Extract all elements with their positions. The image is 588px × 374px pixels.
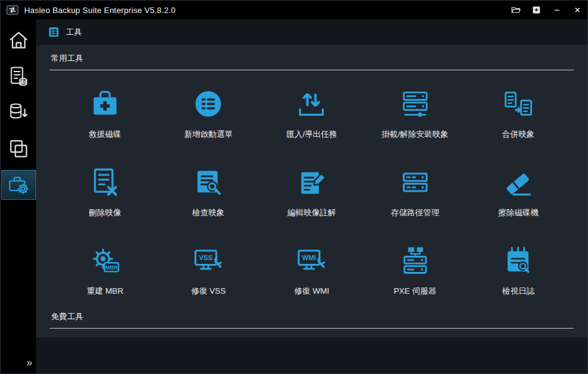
erase-drive-icon	[502, 166, 535, 199]
close-icon	[572, 5, 582, 15]
section-free-tools: 免費工具	[50, 303, 574, 329]
tool-label: 新增啟動選單	[184, 129, 232, 140]
sidebar-item-clone[interactable]	[1, 134, 36, 164]
fix-vss-icon: VSS	[192, 245, 224, 277]
main-area: 工具 常用工具 救援磁碟新增啟動選單匯入/導出任務掛載/解除安裝映象合併映象刪除…	[36, 19, 587, 373]
folder-icon	[511, 5, 521, 15]
open-folder-button[interactable]	[505, 1, 526, 19]
tool-label: 救援磁碟	[89, 129, 121, 140]
tool-import-export[interactable]: 匯入/導出任務	[260, 88, 363, 140]
tools-panel: 常用工具 救援磁碟新增啟動選單匯入/導出任務掛載/解除安裝映象合併映象刪除映像檢…	[36, 45, 587, 337]
tool-label: 檢查映象	[192, 207, 224, 218]
sidebar-item-tools[interactable]	[1, 170, 36, 200]
sync-database-icon	[7, 101, 30, 124]
window-controls	[505, 1, 587, 19]
tool-label: 編輯映像註解	[287, 207, 336, 218]
tool-delete-image[interactable]: 刪除映像	[53, 166, 157, 218]
tool-label: 修復 WMI	[294, 286, 329, 297]
tool-label: 檢視日誌	[502, 286, 535, 297]
pxe-server-icon	[399, 245, 431, 277]
sidebar-item-sync[interactable]	[1, 98, 36, 128]
app-window: Hasleo Backup Suite Enterprise V5.8.2.0 …	[0, 0, 588, 374]
app-logo-icon	[6, 4, 19, 16]
titlebar: Hasleo Backup Suite Enterprise V5.8.2.0	[1, 1, 587, 19]
tool-label: 重建 MBR	[87, 286, 124, 297]
svg-text:WMI: WMI	[303, 254, 316, 261]
tool-label: 擦除磁碟機	[498, 207, 538, 218]
page-header: 工具	[36, 19, 587, 45]
minimize-button[interactable]	[546, 1, 567, 19]
tool-label: 掛載/解除安裝映象	[382, 129, 449, 140]
backup-task-icon	[7, 65, 30, 88]
storage-path-icon	[399, 166, 431, 199]
tool-edit-image-notes[interactable]: 編輯映像註解	[260, 166, 363, 218]
sidebar: »	[1, 19, 36, 373]
sidebar-item-home[interactable]	[1, 26, 36, 55]
minimize-icon	[552, 5, 562, 15]
update-box-button[interactable]	[526, 1, 546, 19]
tool-label: PXE 伺服器	[393, 286, 436, 297]
tool-fix-vss[interactable]: VSS修復 VSS	[157, 245, 260, 297]
svg-text:VSS: VSS	[200, 254, 213, 261]
svg-text:MBR: MBR	[106, 264, 118, 271]
rescue-disk-icon	[89, 88, 121, 120]
page-title: 工具	[66, 27, 82, 38]
boot-menu-icon	[192, 88, 224, 120]
mount-image-icon	[399, 88, 431, 120]
check-image-icon	[192, 166, 224, 199]
tool-label: 刪除映像	[89, 207, 121, 218]
tool-pxe-server[interactable]: PXE 伺服器	[364, 245, 467, 297]
sidebar-item-backup[interactable]	[1, 62, 36, 91]
bottom-strip	[36, 337, 587, 373]
edit-image-notes-icon	[295, 166, 328, 199]
section-common-tools: 常用工具	[50, 45, 574, 70]
tool-boot-menu[interactable]: 新增啟動選單	[157, 88, 260, 140]
home-icon	[7, 29, 30, 52]
tool-label: 合併映象	[502, 129, 535, 140]
window-title: Hasleo Backup Suite Enterprise V5.8.2.0	[24, 6, 175, 15]
fix-wmi-icon: WMI	[295, 245, 328, 277]
close-button[interactable]	[567, 1, 587, 19]
window-body: » 工具 常用工具 救援磁碟新增啟動選單匯入/導出任務掛載/解除安裝映象合併映象…	[1, 19, 587, 373]
tool-fix-wmi[interactable]: WMI修復 WMI	[260, 245, 363, 297]
clone-icon	[7, 138, 30, 160]
box-arrow-icon	[531, 5, 541, 15]
tool-merge-image[interactable]: 合併映象	[467, 88, 570, 140]
sidebar-expand-toggle[interactable]: »	[23, 355, 35, 370]
view-logs-icon	[502, 245, 535, 277]
delete-image-icon	[89, 166, 121, 199]
tool-mount-image[interactable]: 掛載/解除安裝映象	[364, 88, 467, 140]
import-export-icon	[295, 88, 328, 120]
tool-view-logs[interactable]: 檢視日誌	[467, 245, 570, 297]
rebuild-mbr-icon: MBR	[89, 245, 121, 277]
tool-label: 匯入/導出任務	[287, 129, 338, 140]
common-tools-grid: 救援磁碟新增啟動選單匯入/導出任務掛載/解除安裝映象合併映象刪除映像檢查映象編輯…	[50, 70, 574, 299]
tool-label: 修復 VSS	[191, 286, 226, 297]
tool-rebuild-mbr[interactable]: MBR重建 MBR	[53, 245, 157, 297]
tools-page-icon	[48, 27, 59, 37]
tool-rescue-disk[interactable]: 救援磁碟	[53, 88, 157, 140]
tool-storage-path[interactable]: 存儲路徑管理	[364, 166, 467, 218]
tool-erase-drive[interactable]: 擦除磁碟機	[467, 166, 570, 218]
tool-check-image[interactable]: 檢查映象	[157, 166, 260, 218]
merge-image-icon	[502, 88, 535, 120]
tool-label: 存儲路徑管理	[391, 207, 439, 218]
toolbox-gear-icon	[7, 174, 30, 196]
